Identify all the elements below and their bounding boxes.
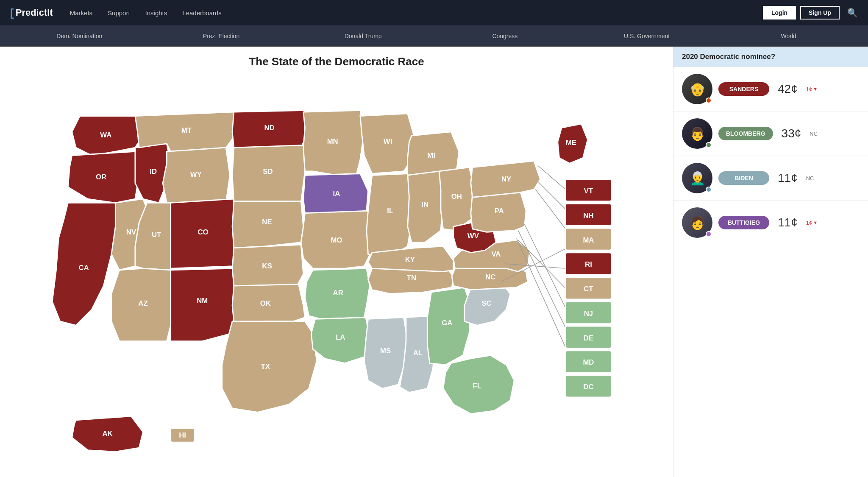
- biden-badge: BIDEN: [718, 171, 769, 185]
- state-ri[interactable]: [565, 253, 611, 275]
- svg-line-2: [536, 190, 566, 229]
- state-sd[interactable]: [232, 145, 305, 203]
- buttigieg-arrow: ▼: [813, 220, 818, 225]
- map-section: The State of the Democratic Race WA OR C…: [0, 47, 673, 477]
- login-button[interactable]: Login: [763, 6, 796, 20]
- state-nh[interactable]: [565, 204, 611, 226]
- state-ok[interactable]: [232, 284, 305, 324]
- sub-nav: Dem. Nomination Prez. Election Donald Tr…: [0, 25, 868, 47]
- nav-insights[interactable]: Insights: [145, 9, 167, 17]
- svg-line-6: [524, 224, 565, 308]
- sanders-change: 1¢ ▼: [806, 86, 818, 92]
- state-fl[interactable]: [443, 355, 515, 414]
- state-ga[interactable]: [427, 287, 470, 365]
- buttigieg-price: 11¢: [778, 216, 798, 229]
- sanders-arrow: ▼: [813, 86, 818, 92]
- sanders-avatar: 👴: [682, 74, 712, 104]
- biden-change: NC: [806, 175, 814, 181]
- logo-text: PredictIt: [16, 7, 53, 18]
- state-co[interactable]: [171, 199, 238, 268]
- state-oh[interactable]: [439, 167, 475, 231]
- candidate-sanders[interactable]: 👴 SANDERS 42¢ 1¢ ▼: [673, 67, 868, 112]
- state-tx[interactable]: [222, 321, 317, 412]
- state-mo[interactable]: [301, 211, 376, 268]
- search-icon[interactable]: 🔍: [847, 8, 858, 18]
- candidate-biden[interactable]: 👨‍🦳 BIDEN 11¢ NC: [673, 156, 868, 201]
- buttigieg-avatar: 🧑: [682, 207, 712, 238]
- state-mn[interactable]: [303, 110, 364, 175]
- state-nm[interactable]: [171, 268, 236, 341]
- biden-price: 11¢: [778, 171, 798, 185]
- biden-avatar: 👨‍🦳: [682, 163, 712, 193]
- subnav-us-government[interactable]: U.S. Government: [576, 27, 718, 45]
- state-wy[interactable]: [163, 148, 230, 203]
- state-mt[interactable]: [135, 112, 238, 151]
- state-me[interactable]: [558, 124, 588, 163]
- nav-markets[interactable]: Markets: [70, 9, 92, 17]
- state-ks[interactable]: [232, 245, 303, 286]
- state-nd[interactable]: [232, 110, 306, 148]
- candidate-bloomberg[interactable]: 👨 BLOOMBERG 33¢ NC: [673, 112, 868, 156]
- main-content: The State of the Democratic Race WA OR C…: [0, 47, 868, 477]
- signup-button[interactable]: Sign Up: [800, 6, 840, 20]
- header-actions: Login Sign Up 🔍: [763, 6, 858, 20]
- state-vt[interactable]: [565, 179, 611, 201]
- state-hi[interactable]: [171, 428, 195, 443]
- state-la[interactable]: [311, 318, 370, 363]
- state-wi[interactable]: [360, 114, 414, 174]
- sidebar: 2020 Democratic nominee? 👴 SANDERS 42¢ 1…: [673, 47, 868, 477]
- subnav-donald-trump[interactable]: Donald Trump: [292, 27, 434, 45]
- state-de[interactable]: [565, 326, 611, 348]
- state-ct[interactable]: [565, 277, 611, 299]
- state-ca[interactable]: [52, 203, 119, 325]
- subnav-dem-nomination[interactable]: Dem. Nomination: [8, 27, 150, 45]
- map-title: The State of the Democratic Race: [249, 55, 424, 68]
- state-or[interactable]: [68, 151, 139, 203]
- state-dc[interactable]: [565, 375, 611, 397]
- state-ia[interactable]: [303, 174, 368, 213]
- state-nj[interactable]: [565, 301, 611, 324]
- state-ar[interactable]: [305, 268, 370, 319]
- state-ny[interactable]: [471, 161, 540, 198]
- nav-support[interactable]: Support: [108, 9, 130, 17]
- candidate-buttigieg[interactable]: 🧑 BUTTIGIEG 11¢ 1¢ ▼: [673, 201, 868, 245]
- sanders-price: 42¢: [778, 82, 798, 96]
- state-in[interactable]: [408, 171, 443, 243]
- main-header: [ PredictIt Markets Support Insights Lea…: [0, 0, 868, 25]
- buttigieg-badge: BUTTIGIEG: [718, 216, 769, 229]
- state-wa[interactable]: [72, 116, 143, 155]
- state-ak[interactable]: [72, 416, 143, 452]
- bloomberg-price: 33¢: [782, 127, 801, 140]
- map-container[interactable]: WA OR CA NV ID MT WY: [13, 73, 660, 477]
- logo[interactable]: [ PredictIt: [10, 6, 53, 20]
- candidate-list: 👴 SANDERS 42¢ 1¢ ▼ 👨 BLOOMBERG 33¢ NC: [673, 67, 868, 477]
- bloomberg-avatar: 👨: [682, 118, 712, 149]
- state-ne[interactable]: [232, 201, 303, 248]
- buttigieg-change: 1¢ ▼: [806, 220, 818, 226]
- state-az[interactable]: [111, 268, 175, 341]
- main-nav: Markets Support Insights Leaderboards: [70, 9, 763, 17]
- sidebar-header: 2020 Democratic nominee?: [673, 47, 868, 67]
- state-mi[interactable]: [408, 132, 459, 175]
- nav-leaderboards[interactable]: Leaderboards: [182, 9, 222, 17]
- subnav-congress[interactable]: Congress: [434, 27, 576, 45]
- state-ma[interactable]: [565, 228, 611, 250]
- us-map-svg: WA OR CA NV ID MT WY: [13, 73, 660, 477]
- state-il[interactable]: [367, 174, 414, 258]
- sanders-badge: SANDERS: [718, 82, 769, 96]
- logo-bracket: [: [10, 6, 14, 20]
- subnav-world[interactable]: World: [718, 27, 860, 45]
- state-md[interactable]: [565, 351, 611, 373]
- subnav-prez-election[interactable]: Prez. Election: [150, 27, 292, 45]
- bloomberg-change: NC: [810, 131, 818, 137]
- bloomberg-badge: BLOOMBERG: [718, 127, 773, 140]
